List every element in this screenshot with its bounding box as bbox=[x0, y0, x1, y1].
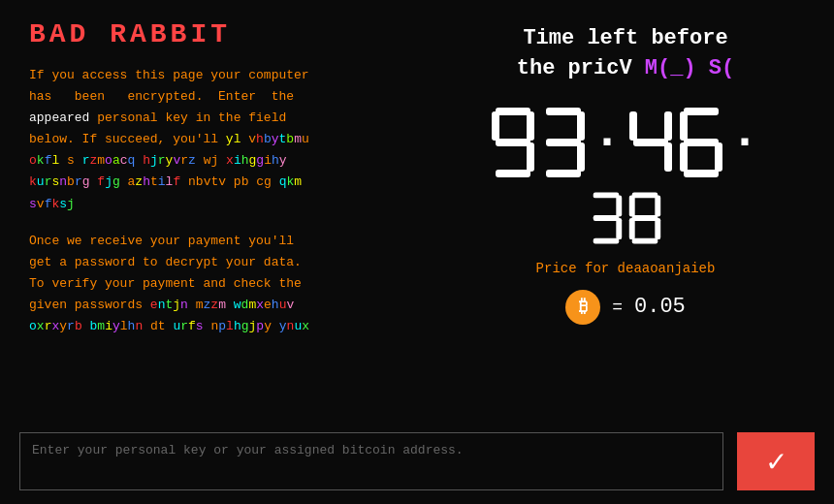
personal-key-input[interactable] bbox=[19, 432, 723, 490]
svg-rect-16 bbox=[680, 111, 688, 141]
price-label: Price for deaaoanjaieb bbox=[536, 261, 716, 276]
svg-rect-10 bbox=[546, 170, 581, 177]
digit-s3 bbox=[589, 191, 624, 245]
svg-rect-11 bbox=[629, 111, 637, 141]
right-panel: Time left before the pricV M(_) S( bbox=[446, 19, 805, 413]
clock-small bbox=[589, 191, 662, 245]
equals-sign: = bbox=[612, 298, 623, 317]
svg-rect-32 bbox=[632, 237, 658, 243]
svg-rect-27 bbox=[629, 195, 635, 216]
svg-rect-7 bbox=[577, 111, 585, 141]
left-panel: BAD RABBIT If you access this page your … bbox=[29, 19, 446, 413]
svg-rect-20 bbox=[684, 170, 719, 177]
svg-rect-19 bbox=[715, 142, 722, 172]
timer-header: Time left before the pricV M(_) S( bbox=[517, 24, 734, 84]
svg-rect-17 bbox=[684, 139, 719, 146]
svg-rect-30 bbox=[629, 218, 635, 239]
digit-3 bbox=[540, 106, 587, 179]
svg-rect-1 bbox=[492, 111, 499, 141]
digit-6 bbox=[678, 106, 724, 179]
price-value: 0.05 bbox=[634, 295, 686, 319]
svg-rect-4 bbox=[527, 142, 534, 172]
digit-s8 bbox=[627, 191, 662, 245]
svg-rect-23 bbox=[593, 215, 620, 221]
svg-rect-15 bbox=[684, 108, 719, 115]
header-line1: Time left before bbox=[523, 26, 727, 50]
svg-rect-12 bbox=[664, 111, 672, 141]
checkmark-icon: ✓ bbox=[765, 446, 787, 478]
svg-rect-18 bbox=[680, 142, 688, 172]
svg-rect-21 bbox=[593, 192, 620, 198]
svg-rect-29 bbox=[632, 215, 658, 221]
svg-rect-3 bbox=[496, 139, 530, 146]
digit-4 bbox=[627, 106, 674, 179]
clock-large: · · bbox=[490, 104, 761, 181]
svg-rect-6 bbox=[546, 108, 581, 115]
svg-rect-22 bbox=[616, 195, 622, 216]
svg-rect-24 bbox=[616, 218, 622, 239]
svg-rect-2 bbox=[527, 111, 534, 141]
main-container: BAD RABBIT If you access this page your … bbox=[0, 0, 834, 423]
price-row: ₿ = 0.05 bbox=[565, 290, 686, 325]
svg-rect-9 bbox=[577, 142, 585, 172]
page-title: BAD RABBIT bbox=[29, 19, 427, 49]
header-line2: the pricV M(_) S( bbox=[517, 56, 734, 80]
svg-rect-8 bbox=[546, 139, 581, 146]
colon-2: · bbox=[730, 104, 759, 181]
svg-rect-31 bbox=[655, 218, 660, 239]
colon-1: · bbox=[593, 104, 622, 181]
submit-button[interactable]: ✓ bbox=[737, 432, 815, 490]
svg-rect-25 bbox=[593, 237, 620, 243]
svg-rect-14 bbox=[664, 142, 672, 172]
paragraph-2: Once we receive your payment you'llget a… bbox=[29, 231, 427, 337]
svg-rect-26 bbox=[632, 192, 658, 198]
svg-rect-13 bbox=[633, 139, 668, 146]
digit-9-1 bbox=[490, 106, 536, 179]
svg-rect-28 bbox=[655, 195, 660, 216]
svg-rect-5 bbox=[496, 170, 530, 177]
svg-rect-0 bbox=[496, 108, 530, 115]
bottom-bar: ✓ bbox=[0, 423, 834, 504]
bitcoin-icon: ₿ bbox=[565, 290, 600, 325]
paragraph-1: If you access this page your computerhas… bbox=[29, 65, 427, 215]
